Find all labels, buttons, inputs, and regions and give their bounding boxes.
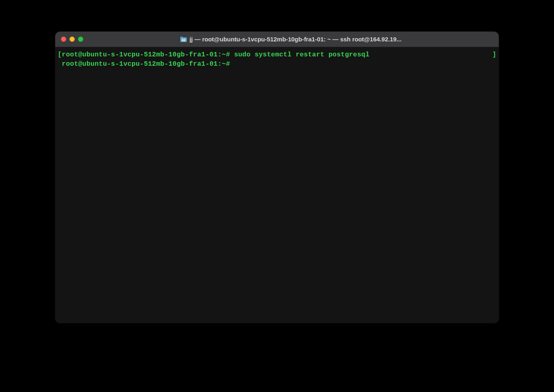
minimize-button[interactable] <box>69 37 75 42</box>
svg-rect-2 <box>182 40 185 40</box>
close-button[interactable] <box>61 37 66 42</box>
titlebar[interactable]: jj — root@ubuntu-s-1vcpu-512mb-10gb-fra1… <box>55 32 499 47</box>
shell-prompt: root@ubuntu-s-1vcpu-512mb-10gb-fra1-01:~… <box>62 51 230 58</box>
terminal-body[interactable]: [root@ubuntu-s-1vcpu-512mb-10gb-fra1-01:… <box>55 47 499 323</box>
title-content: jj — root@ubuntu-s-1vcpu-512mb-10gb-fra1… <box>87 36 493 43</box>
window-title: jj — root@ubuntu-s-1vcpu-512mb-10gb-fra1… <box>190 36 402 43</box>
prompt-close-bracket: ] <box>492 50 496 60</box>
terminal-line: [root@ubuntu-s-1vcpu-512mb-10gb-fra1-01:… <box>58 50 496 60</box>
prompt-open-bracket <box>58 60 62 68</box>
terminal-line: root@ubuntu-s-1vcpu-512mb-10gb-fra1-01:~… <box>58 60 496 69</box>
traffic-lights <box>61 37 83 42</box>
folder-icon <box>180 37 187 42</box>
prompt-open-bracket: [ <box>58 51 62 58</box>
zoom-button[interactable] <box>78 37 83 42</box>
shell-prompt: root@ubuntu-s-1vcpu-512mb-10gb-fra1-01:~… <box>62 60 230 68</box>
terminal-window: jj — root@ubuntu-s-1vcpu-512mb-10gb-fra1… <box>55 32 499 323</box>
svg-rect-1 <box>182 39 185 40</box>
shell-command: sudo systemctl restart postgresql <box>230 51 369 58</box>
